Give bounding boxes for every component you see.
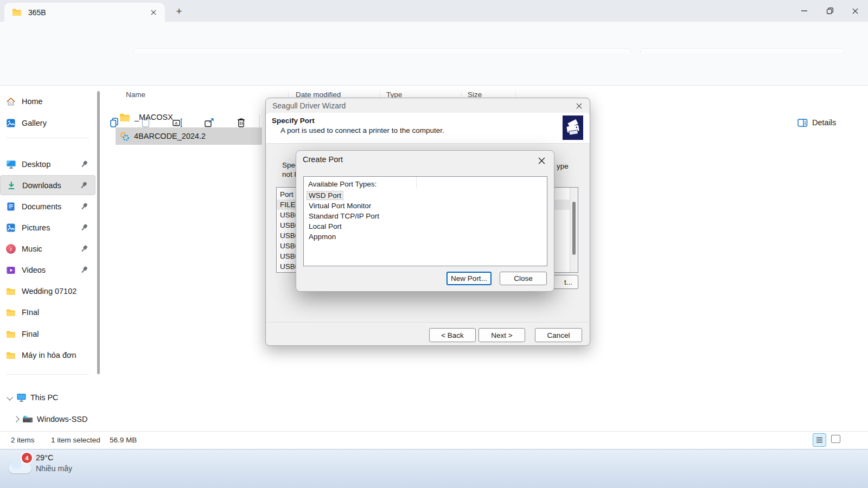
pin-icon <box>79 201 90 212</box>
scrollbar-thumb[interactable] <box>572 202 576 255</box>
minimize-button[interactable] <box>792 0 817 22</box>
sidebar-item-gallery[interactable]: Gallery <box>0 114 95 132</box>
port-list-scrollbar[interactable] <box>570 188 578 272</box>
wizard-instruction-fragment: ype <box>557 162 569 170</box>
close-button-label: Close <box>514 274 533 282</box>
pin-icon <box>79 222 90 233</box>
sidebar-item-final2[interactable]: Final <box>0 325 95 343</box>
sidebar-item-music[interactable]: ♪ Music <box>0 240 95 258</box>
status-bar: 2 items 1 item selected 56.9 MB <box>0 431 868 449</box>
close-button[interactable] <box>843 0 868 22</box>
taskbar: 4 29°C Nhiều mây Ae Ai Ps Pr T <box>0 449 868 488</box>
cloud-weather-icon <box>9 464 31 473</box>
sidebar-item-videos[interactable]: Videos <box>0 261 95 279</box>
this-pc-icon <box>12 393 30 402</box>
weather-widget[interactable]: 4 29°C Nhiều mây <box>8 450 116 488</box>
sidebar-divider <box>7 138 89 138</box>
sidebar-item-home[interactable]: Home <box>0 92 95 111</box>
wizard-footer-divider <box>266 322 590 323</box>
pictures-icon <box>0 223 22 233</box>
sidebar-item-label: Downloads <box>22 181 61 190</box>
wizard-close-icon[interactable] <box>573 101 584 111</box>
command-toolbar: New A Sort View … Details <box>0 53 868 86</box>
port-types-list[interactable]: Available Port Types: WSD Port Virtual P… <box>303 176 547 266</box>
cancel-button-label: Cancel <box>547 331 570 339</box>
drive-icon <box>18 415 37 423</box>
sidebar-item-may-in-hoa-don[interactable]: Máy in hóa đơn <box>0 346 95 364</box>
sidebar-item-label: Documents <box>22 202 61 211</box>
port-type-label: WSD Port <box>307 191 343 200</box>
file-name: _MACOSX <box>135 113 173 121</box>
tab-365b[interactable]: 365B <box>4 3 165 22</box>
music-icon: ♪ <box>0 244 22 254</box>
installer-gear-icon <box>119 131 130 142</box>
weather-temp: 29°C <box>36 453 53 462</box>
close-button[interactable]: Close <box>500 272 547 285</box>
list-column-divider <box>416 177 417 189</box>
sidebar-item-label: Pictures <box>22 223 50 232</box>
port-type-option[interactable]: Standard TCP/IP Port <box>304 211 547 221</box>
sidebar-item-wedding[interactable]: Wedding 07102 <box>0 282 95 300</box>
back-button[interactable]: < Back <box>429 328 476 342</box>
gallery-icon <box>0 118 22 128</box>
folder-icon <box>0 309 22 317</box>
folder-icon <box>0 287 22 296</box>
sidebar-item-label: Music <box>22 245 42 253</box>
pin-icon <box>78 180 89 191</box>
sidebar-item-label: Windows-SSD <box>37 415 87 423</box>
pin-icon <box>79 243 90 254</box>
sidebar-item-this-pc[interactable]: This PC <box>0 388 95 407</box>
navigation-pane: Home Gallery Desktop Downloads Documents… <box>0 86 101 431</box>
next-button[interactable]: Next > <box>478 328 525 342</box>
create-port-dialog: Create Port Available Port Types: WSD Po… <box>296 150 554 292</box>
navigation-bar: Downloads 365B <box>0 22 868 53</box>
port-type-option[interactable]: Virtual Port Monitor <box>304 201 547 211</box>
sidebar-item-label: Home <box>22 97 43 106</box>
documents-icon <box>0 202 22 211</box>
sidebar-item-documents[interactable]: Documents <box>0 197 95 216</box>
details-view-toggle[interactable] <box>813 433 826 447</box>
sidebar-item-final1[interactable]: FInal <box>0 303 95 322</box>
sidebar-item-windows-ssd[interactable]: Windows-SSD <box>0 410 95 428</box>
sidebar-item-label: Desktop <box>22 160 50 169</box>
sidebar-item-label: Máy in hóa đơn <box>22 351 76 359</box>
sidebar-scrollbar[interactable] <box>97 91 100 374</box>
new-port-button[interactable]: New Port... <box>446 272 492 285</box>
thumbnail-view-toggle[interactable] <box>831 435 840 443</box>
wizard-subheading: A port is used to connect a printer to t… <box>280 126 444 134</box>
column-header-name[interactable]: Name <box>126 91 145 99</box>
list-view-icon <box>816 437 823 443</box>
port-type-option[interactable]: Local Port <box>304 221 547 232</box>
weather-condition: Nhiều mây <box>36 464 72 473</box>
file-name: 4BARCODE_2024.2 <box>134 132 206 140</box>
printer-wizard-icon <box>563 115 583 140</box>
port-type-option-selected[interactable]: WSD Port <box>304 190 547 201</box>
wizard-title: Seagull Driver Wizard <box>272 101 346 110</box>
desktop-icon <box>0 159 22 169</box>
window-controls <box>792 0 868 22</box>
port-types-header: Available Port Types: <box>304 177 547 190</box>
tab-strip: 365B + <box>0 0 868 22</box>
screen: 365B + Downloads 365B <box>0 0 868 488</box>
create-port-close-icon[interactable] <box>535 155 547 166</box>
maximize-button[interactable] <box>817 0 843 22</box>
pin-icon <box>79 265 90 275</box>
sidebar-item-pictures[interactable]: Pictures <box>0 219 95 237</box>
new-tab-button[interactable]: + <box>173 5 186 18</box>
tab-title: 365B <box>28 8 148 17</box>
file-row-4barcode-selected[interactable]: 4BARCODE_2024.2 <box>116 127 262 145</box>
videos-icon <box>0 266 22 275</box>
cancel-button[interactable]: Cancel <box>535 328 582 342</box>
file-row-macosx[interactable]: _MACOSX <box>116 108 262 126</box>
sidebar-item-label: This PC <box>30 393 59 402</box>
sidebar-item-desktop[interactable]: Desktop <box>0 155 95 174</box>
port-type-option[interactable]: Appmon <box>304 232 547 242</box>
pin-icon <box>79 159 90 170</box>
tab-close-icon[interactable] <box>148 7 159 18</box>
sidebar-item-label: Gallery <box>22 119 47 127</box>
sidebar-item-downloads[interactable]: Downloads <box>0 175 95 195</box>
sidebar-divider <box>7 374 89 375</box>
create-port-title: Create Port <box>303 155 343 164</box>
home-icon <box>0 97 22 106</box>
sidebar-item-label: Wedding 07102 <box>22 287 76 296</box>
